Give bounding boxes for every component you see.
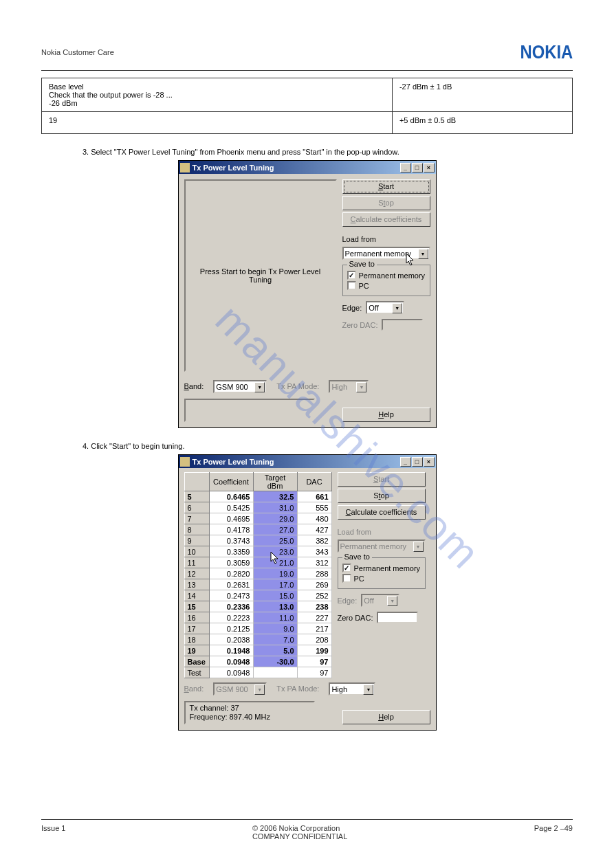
maximize-button[interactable]: □ bbox=[412, 163, 423, 173]
cell-coef[interactable]: 0.2820 bbox=[209, 568, 253, 579]
cell-target[interactable]: 27.0 bbox=[253, 524, 297, 535]
cell-coef[interactable]: 0.4695 bbox=[209, 513, 253, 524]
cell-target[interactable]: 19.0 bbox=[253, 568, 297, 579]
cell-coef[interactable]: 0.2223 bbox=[209, 612, 253, 623]
cell-dac[interactable]: 288 bbox=[297, 568, 331, 579]
table-row[interactable]: 180.20387.0208 bbox=[184, 634, 331, 645]
titlebar-2[interactable]: Tx Power Level Tuning _ □ × bbox=[179, 455, 436, 468]
calc-button[interactable]: Calculate coefficients bbox=[342, 212, 430, 227]
row-key: 9 bbox=[184, 535, 209, 546]
table-row[interactable]: 190.19485.0199 bbox=[184, 645, 331, 656]
zerodac-field-2[interactable] bbox=[377, 612, 418, 623]
cell-target[interactable]: 11.0 bbox=[253, 612, 297, 623]
cell-coef[interactable]: 0.2038 bbox=[209, 634, 253, 645]
table-row[interactable]: 160.222311.0227 bbox=[184, 612, 331, 623]
band-select[interactable]: GSM 900 ▼ bbox=[213, 380, 267, 393]
cell-dac[interactable]: 480 bbox=[297, 513, 331, 524]
cell-coef[interactable]: 0.5425 bbox=[209, 502, 253, 513]
cell-coef[interactable]: 0.3059 bbox=[209, 557, 253, 568]
close-button[interactable]: × bbox=[424, 163, 435, 173]
cell-target[interactable]: 13.0 bbox=[253, 601, 297, 612]
spec-r2c2: +5 dBm ± 0.5 dB bbox=[392, 112, 572, 134]
table-row[interactable]: 110.305921.0312 bbox=[184, 557, 331, 568]
start-button[interactable]: Start bbox=[342, 179, 430, 194]
table-row[interactable]: 70.469529.0480 bbox=[184, 513, 331, 524]
stop-button-2[interactable]: Stop bbox=[338, 489, 426, 503]
cell-target[interactable]: 25.0 bbox=[253, 535, 297, 546]
cell-target[interactable]: 9.0 bbox=[253, 623, 297, 634]
cell-target[interactable]: 31.0 bbox=[253, 502, 297, 513]
cell-dac[interactable]: 238 bbox=[297, 601, 331, 612]
cell-dac[interactable]: 555 bbox=[297, 502, 331, 513]
close-button[interactable]: × bbox=[424, 457, 435, 467]
table-row[interactable]: 50.646532.5661 bbox=[184, 491, 331, 502]
cell-dac[interactable]: 97 bbox=[297, 656, 331, 667]
message-panel: Press Start to begin Tx Power Level Tuni… bbox=[184, 179, 337, 372]
cell-dac[interactable]: 269 bbox=[297, 579, 331, 590]
help-button-2[interactable]: Help bbox=[342, 710, 430, 724]
stop-button[interactable]: Stop bbox=[342, 196, 430, 210]
table-row[interactable]: Base0.0948-30.097 bbox=[184, 656, 331, 667]
cell-coef[interactable]: 0.6465 bbox=[209, 491, 253, 502]
row-key: 18 bbox=[184, 634, 209, 645]
table-row[interactable]: 130.263117.0269 bbox=[184, 579, 331, 590]
maximize-button[interactable]: □ bbox=[412, 457, 423, 467]
cell-dac[interactable]: 427 bbox=[297, 524, 331, 535]
cell-coef[interactable]: 0.0948 bbox=[209, 667, 253, 678]
cell-dac[interactable]: 199 bbox=[297, 645, 331, 656]
status-freq: Frequency: 897.40 MHz bbox=[190, 713, 309, 722]
cell-target[interactable]: 7.0 bbox=[253, 634, 297, 645]
cell-coef[interactable]: 0.1948 bbox=[209, 645, 253, 656]
calc-button-2[interactable]: Calculate coefficients bbox=[338, 505, 426, 520]
cell-dac[interactable]: 343 bbox=[297, 546, 331, 557]
table-row[interactable]: 120.282019.0288 bbox=[184, 568, 331, 579]
cell-dac[interactable]: 227 bbox=[297, 612, 331, 623]
table-row[interactable]: 90.374325.0382 bbox=[184, 535, 331, 546]
cell-target[interactable]: 15.0 bbox=[253, 590, 297, 601]
cell-dac[interactable]: 217 bbox=[297, 623, 331, 634]
tuning-table[interactable]: Coefficient Target dBm DAC 50.646532.566… bbox=[184, 472, 332, 678]
edge-select[interactable]: Off ▼ bbox=[366, 301, 404, 314]
cell-coef[interactable]: 0.3743 bbox=[209, 535, 253, 546]
footer-left: Issue 1 bbox=[41, 824, 65, 841]
cell-dac[interactable]: 382 bbox=[297, 535, 331, 546]
cell-target[interactable]: 21.0 bbox=[253, 557, 297, 568]
table-row[interactable]: 60.542531.0555 bbox=[184, 502, 331, 513]
cell-coef[interactable]: 0.2336 bbox=[209, 601, 253, 612]
table-row[interactable]: 80.417827.0427 bbox=[184, 524, 331, 535]
cell-dac[interactable]: 252 bbox=[297, 590, 331, 601]
titlebar[interactable]: Tx Power Level Tuning _ □ × bbox=[179, 161, 436, 174]
cell-dac[interactable]: 97 bbox=[297, 667, 331, 678]
table-row[interactable]: Test0.094897 bbox=[184, 667, 331, 678]
cell-dac[interactable]: 661 bbox=[297, 491, 331, 502]
cell-target[interactable]: -30.0 bbox=[253, 656, 297, 667]
pc-checkbox[interactable] bbox=[347, 281, 356, 290]
table-row[interactable]: 150.233613.0238 bbox=[184, 601, 331, 612]
cell-target[interactable]: 29.0 bbox=[253, 513, 297, 524]
loadfrom-select[interactable]: Permanent memory ▼ bbox=[342, 247, 430, 260]
pc-checkbox-2[interactable] bbox=[342, 574, 351, 583]
perm-checkbox[interactable]: ✓ bbox=[347, 271, 356, 280]
cell-target[interactable]: 17.0 bbox=[253, 579, 297, 590]
cell-target[interactable] bbox=[253, 667, 297, 678]
th-blank bbox=[184, 473, 209, 491]
cell-coef[interactable]: 0.2473 bbox=[209, 590, 253, 601]
cell-coef[interactable]: 0.2631 bbox=[209, 579, 253, 590]
perm-checkbox-2[interactable]: ✓ bbox=[342, 564, 351, 572]
help-button[interactable]: Help bbox=[342, 408, 430, 422]
cell-target[interactable]: 32.5 bbox=[253, 491, 297, 502]
cell-dac[interactable]: 312 bbox=[297, 557, 331, 568]
cell-dac[interactable]: 208 bbox=[297, 634, 331, 645]
table-row[interactable]: 100.335923.0343 bbox=[184, 546, 331, 557]
cell-coef[interactable]: 0.2125 bbox=[209, 623, 253, 634]
table-row[interactable]: 170.21259.0217 bbox=[184, 623, 331, 634]
cell-target[interactable]: 5.0 bbox=[253, 645, 297, 656]
table-row[interactable]: 140.247315.0252 bbox=[184, 590, 331, 601]
minimize-button[interactable]: _ bbox=[400, 163, 411, 173]
txpa-select-2[interactable]: High ▼ bbox=[329, 682, 375, 695]
minimize-button[interactable]: _ bbox=[400, 457, 411, 467]
cell-coef[interactable]: 0.3359 bbox=[209, 546, 253, 557]
cell-target[interactable]: 23.0 bbox=[253, 546, 297, 557]
cell-coef[interactable]: 0.4178 bbox=[209, 524, 253, 535]
cell-coef[interactable]: 0.0948 bbox=[209, 656, 253, 667]
